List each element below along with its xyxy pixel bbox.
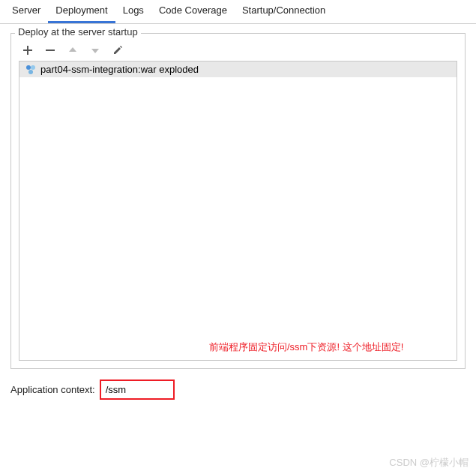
tab-server[interactable]: Server [4,0,48,23]
deploy-fieldset: Deploy at the server startup [10,33,466,369]
list-item[interactable]: part04-ssm-integration:war exploded [19,62,457,77]
svg-point-1 [26,65,31,70]
svg-point-3 [28,70,33,74]
deploy-toolbar [19,43,457,61]
move-up-button[interactable] [67,44,79,56]
svg-rect-0 [46,50,55,51]
watermark: CSDN @柠檬小帽 [389,456,469,470]
plus-icon [22,45,33,56]
add-button[interactable] [22,44,34,56]
application-context-row: Application context: [10,380,466,400]
tab-bar: Server Deployment Logs Code Coverage Sta… [0,0,476,24]
move-down-button[interactable] [89,44,101,56]
tab-startup-connection[interactable]: Startup/Connection [235,0,333,23]
artifact-icon [25,64,36,75]
remove-button[interactable] [44,44,56,56]
edit-button[interactable] [112,44,124,56]
tab-logs[interactable]: Logs [115,0,151,23]
application-context-input[interactable] [100,380,175,400]
deploy-fieldset-box: part04-ssm-integration:war exploded 前端程序… [10,33,466,369]
pencil-icon [112,45,123,56]
minus-icon [45,45,55,56]
svg-point-2 [31,65,35,70]
annotation-text: 前端程序固定访问/ssm下资源! 这个地址固定! [209,340,403,354]
artifact-list[interactable]: part04-ssm-integration:war exploded [19,61,457,361]
artifact-label: part04-ssm-integration:war exploded [40,64,199,75]
tab-deployment[interactable]: Deployment [48,0,115,23]
arrow-up-icon [67,45,78,56]
application-context-label: Application context: [10,384,95,395]
deploy-fieldset-label: Deploy at the server startup [15,26,141,38]
arrow-down-icon [90,45,100,56]
tab-code-coverage[interactable]: Code Coverage [151,0,235,23]
